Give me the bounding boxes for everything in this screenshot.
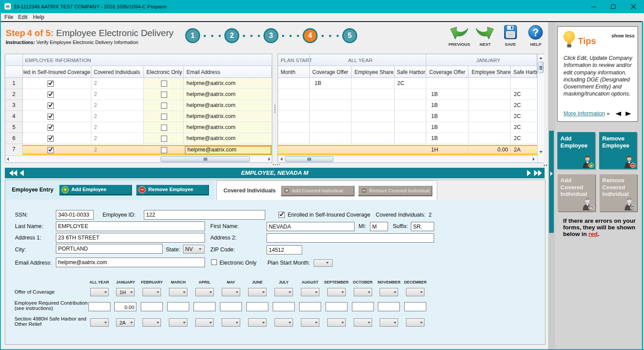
svg-text:+: + — [589, 205, 592, 210]
svg-text:+: + — [589, 163, 592, 168]
svg-text:−: − — [631, 163, 634, 168]
svg-text:?: ? — [532, 27, 538, 38]
svg-text:−: − — [631, 205, 634, 210]
